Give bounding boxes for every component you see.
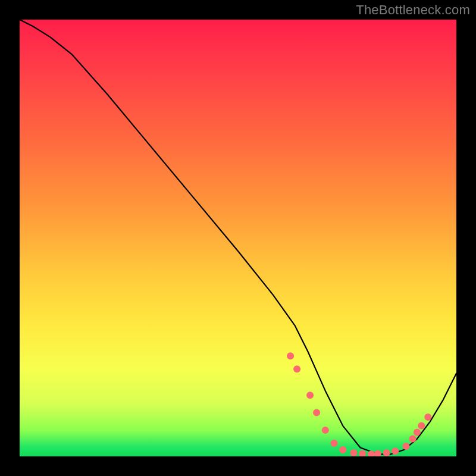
curve-marker [339, 446, 346, 453]
curve-marker [383, 449, 390, 456]
plot-area [20, 20, 456, 456]
curve-marker [392, 447, 399, 455]
marker-group [287, 352, 431, 456]
curve-marker [414, 429, 421, 436]
curve-marker [403, 443, 410, 450]
curve-marker [418, 422, 425, 430]
curve-marker [424, 414, 431, 421]
curve-line [20, 20, 456, 454]
curve-marker [306, 392, 314, 399]
chart-frame: TheBottleneck.com [0, 0, 476, 476]
watermark-text: TheBottleneck.com [356, 2, 470, 18]
curve-marker [287, 352, 294, 359]
curve-marker [374, 450, 381, 456]
curve-marker [350, 449, 358, 456]
curve-marker [293, 365, 300, 372]
curve-marker [331, 440, 338, 447]
curve-marker [322, 427, 329, 434]
curve-overlay [20, 20, 456, 456]
curve-marker [359, 450, 366, 456]
curve-marker [313, 409, 320, 416]
curve-marker [409, 436, 416, 443]
